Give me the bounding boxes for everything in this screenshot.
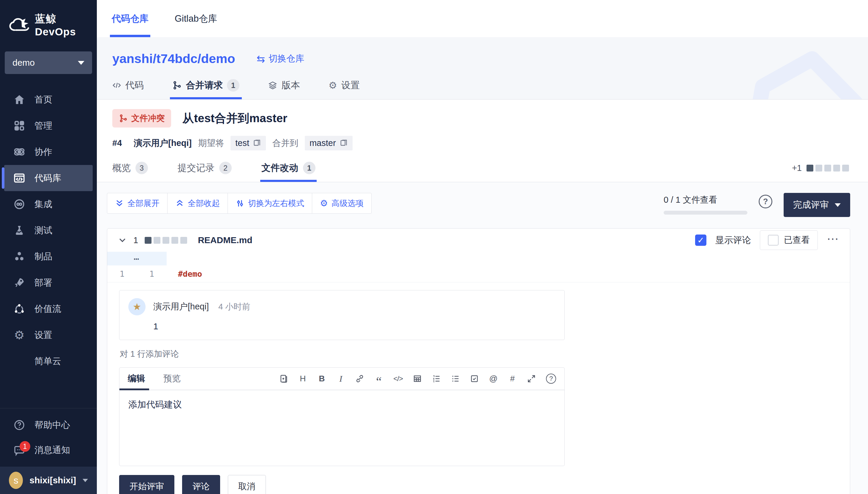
expand-all-button[interactable]: 全部展开: [107, 193, 167, 214]
sidebar-item-simplecloud[interactable]: 简单云: [0, 348, 97, 374]
mr-tabs: 概览 3 提交记录 2 文件改动 1: [112, 162, 850, 182]
user-menu[interactable]: s shixi[shixi]: [0, 467, 97, 494]
chevron-down-icon: [83, 479, 88, 482]
sidebar-item-repo[interactable]: 代码库: [4, 165, 93, 191]
tab-versions[interactable]: 版本: [268, 79, 300, 99]
tab-file-changes[interactable]: 文件改动 1: [261, 162, 315, 182]
commits-count-badge: 2: [219, 162, 232, 174]
show-comments-checkbox[interactable]: ✓: [695, 234, 706, 246]
tab-repo-settings[interactable]: ⚙ 设置: [329, 79, 360, 99]
integration-icon: [13, 198, 25, 210]
merge-icon: [172, 80, 182, 90]
diff-expand-gutter[interactable]: ⋯: [107, 252, 166, 265]
editor-tab-edit[interactable]: 编辑: [128, 368, 145, 390]
collapse-all-button[interactable]: 全部收起: [167, 193, 228, 214]
editor-help-icon[interactable]: ?: [546, 374, 556, 384]
tab-gitlab-repo[interactable]: Gitlab仓库: [175, 0, 217, 37]
advanced-options-button[interactable]: ⚙ 高级选项: [312, 193, 372, 214]
file-diff-header: 1 README.md ✓ 显示评论 已查看 ⋯: [107, 229, 850, 252]
main-area: 代码仓库 Gitlab仓库 yanshi/t74bdc/demo ⇆ 切换仓库: [97, 0, 868, 494]
comment-textarea[interactable]: 添加代码建议: [119, 390, 565, 466]
ordered-list-icon[interactable]: [432, 374, 441, 384]
sidebar-item-artifact[interactable]: 制品: [0, 243, 97, 270]
diff-toolbar-group: 全部展开 全部收起 切换为左右模式 ⚙ 高级选项: [107, 193, 372, 214]
copy-icon[interactable]: [339, 139, 348, 148]
mr-header: 文件冲突 从test合并到master #4 演示用户[heqi] 期望将 te…: [97, 99, 868, 182]
unordered-list-icon[interactable]: [451, 374, 460, 384]
swap-icon: ⇆: [256, 54, 265, 64]
mark-viewed-button[interactable]: 已查看: [760, 230, 818, 250]
gear-icon: ⚙: [13, 329, 25, 341]
start-review-button[interactable]: 开始评审: [119, 475, 174, 494]
chevron-down-icon: [835, 203, 841, 207]
sidebar-item-valuestream[interactable]: 价值流: [0, 296, 97, 322]
sidebar-item-integration[interactable]: 集成: [0, 191, 97, 217]
sidebar-bottom: 帮助中心 1 消息通知: [0, 408, 97, 467]
tab-commits[interactable]: 提交记录 2: [178, 162, 232, 182]
user-name: shixi[shixi]: [29, 475, 76, 486]
expand-lines-icon[interactable]: ⋯: [134, 253, 140, 264]
finish-review-button[interactable]: 完成评审: [784, 193, 850, 217]
code-block-icon[interactable]: </>: [393, 374, 403, 384]
sidebar-nav: 首页 管理: [0, 79, 97, 374]
layers-icon: [268, 80, 277, 90]
chevron-down-icon[interactable]: [118, 236, 127, 245]
conflict-badge: 文件冲突: [112, 109, 171, 128]
diffstat-squares: [807, 165, 849, 171]
quote-icon[interactable]: “: [374, 374, 383, 384]
diff-expand-row: ⋯: [107, 252, 850, 265]
tab-code[interactable]: 代码: [112, 79, 144, 99]
files-viewed: 0 / 1 文件查看: [664, 193, 747, 215]
copy-icon[interactable]: [253, 139, 261, 148]
comment-header: ★ 演示用户[heqi] 4 小时前: [128, 298, 555, 315]
sidebar-item-settings[interactable]: ⚙ 设置: [0, 322, 97, 348]
comment-time: 4 小时前: [218, 301, 250, 312]
tab-code-repo[interactable]: 代码仓库: [112, 0, 149, 37]
cancel-button[interactable]: 取消: [228, 475, 266, 494]
link-icon[interactable]: [355, 374, 364, 384]
merge-request-count-badge: 1: [227, 79, 239, 92]
bold-icon[interactable]: B: [317, 374, 326, 384]
code-suggestion-icon[interactable]: [279, 374, 288, 384]
mr-meta-row: #4 演示用户[heqi] 期望将 test 合并到 master: [112, 136, 850, 150]
file-name[interactable]: README.md: [198, 235, 252, 245]
more-options-icon[interactable]: ⋯: [827, 233, 839, 248]
heading-icon[interactable]: H: [298, 374, 307, 384]
editor-icons: H B I “ </>: [279, 374, 556, 384]
mention-icon[interactable]: @: [489, 374, 498, 384]
table-icon[interactable]: [413, 374, 422, 384]
help-center-item[interactable]: 帮助中心: [0, 413, 97, 438]
logo-text: 蓝鲸DevOps: [35, 12, 97, 38]
editor-tab-preview[interactable]: 预览: [163, 368, 181, 390]
sidebar-item-collab[interactable]: 协作: [0, 139, 97, 165]
notification-badge: 1: [20, 441, 30, 452]
double-chevron-down-icon: [115, 199, 124, 208]
sidebar-item-test[interactable]: 测试: [0, 217, 97, 243]
comment-editor: 编辑 预览 H B I: [119, 367, 565, 466]
file-diff-card: 1 README.md ✓ 显示评论 已查看 ⋯: [107, 228, 850, 494]
hexagons-icon: [13, 250, 25, 263]
target-branch-chip: master: [305, 136, 353, 150]
notifications-item[interactable]: 1 消息通知: [0, 438, 97, 462]
viewed-checkbox[interactable]: [768, 235, 778, 246]
sidebar-item-home[interactable]: 首页: [0, 87, 97, 113]
tab-merge-requests[interactable]: 合并请求 1: [172, 79, 239, 99]
side-by-side-button[interactable]: 切换为左右模式: [228, 193, 312, 214]
comment-button[interactable]: 评论: [182, 475, 220, 494]
help-icon[interactable]: ?: [759, 195, 772, 208]
file-change-count: 1: [133, 235, 138, 245]
blueking-logo-icon: [9, 18, 29, 32]
comment-card: ★ 演示用户[heqi] 4 小时前 1: [119, 290, 565, 340]
reference-icon[interactable]: #: [508, 374, 517, 384]
italic-icon[interactable]: I: [336, 374, 345, 384]
switch-repo-link[interactable]: ⇆ 切换仓库: [256, 53, 304, 65]
project-selector[interactable]: demo: [5, 52, 92, 74]
tab-overview[interactable]: 概览 3: [112, 162, 148, 182]
task-list-icon[interactable]: [470, 374, 479, 384]
file-header-actions: ✓ 显示评论 已查看 ⋯: [695, 230, 839, 250]
diff-line-context[interactable]: 1 1 #demo: [107, 265, 850, 282]
mr-author: 演示用户[heqi]: [134, 137, 192, 149]
sidebar-item-manage[interactable]: 管理: [0, 113, 97, 139]
sidebar-item-deploy[interactable]: 部署: [0, 270, 97, 296]
fullscreen-icon[interactable]: [527, 374, 536, 384]
